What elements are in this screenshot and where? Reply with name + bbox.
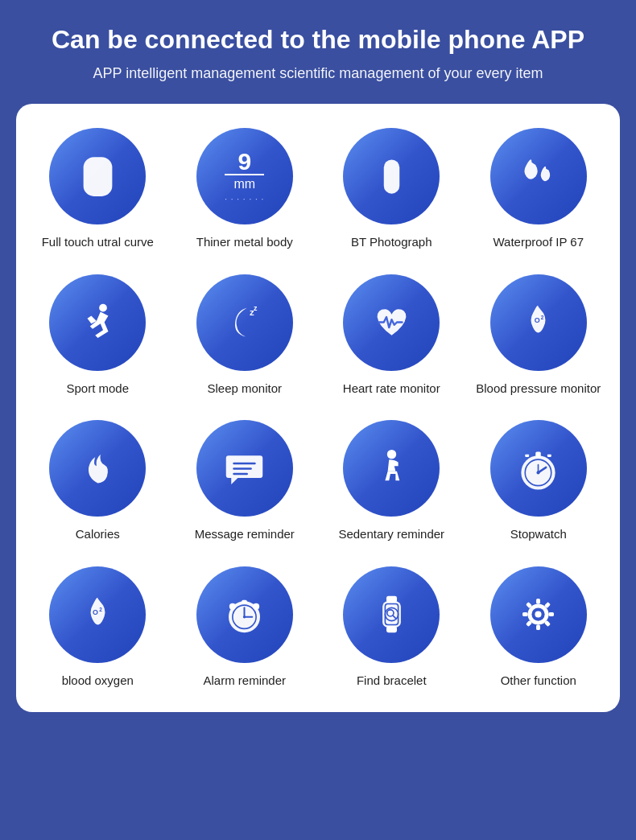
svg-point-24 [253, 603, 259, 610]
svg-text:2: 2 [541, 315, 544, 321]
other-function-label: Other function [501, 673, 576, 689]
find-bracelet-label: Find bracelet [357, 673, 427, 689]
calories-label: Calories [76, 526, 120, 542]
svg-text:2: 2 [99, 607, 102, 613]
alarm-reminder-label: Alarm reminder [203, 673, 286, 689]
alarm-reminder-icon [196, 566, 293, 663]
blood-pressure-icon: O 2 [490, 274, 587, 371]
feature-bt-photograph: BT Photograph [318, 120, 465, 258]
heart-rate-icon [343, 274, 440, 371]
calories-icon [49, 420, 146, 517]
svg-rect-13 [536, 451, 542, 457]
sport-mode-label: Sport mode [66, 381, 129, 397]
svg-point-2 [99, 304, 107, 312]
svg-point-23 [229, 603, 236, 610]
page-header: Can be connected to the mobile phone APP… [52, 24, 584, 84]
svg-point-10 [387, 450, 396, 459]
waterproof-label: Waterproof IP 67 [493, 234, 584, 250]
thiner-metal-label: Thiner metal body [196, 234, 293, 250]
header-title: Can be connected to the mobile phone APP [52, 24, 584, 55]
svg-point-46 [535, 611, 542, 618]
features-card: Full touch utral curve 9 mm · · · · · · … [16, 104, 620, 712]
svg-rect-15 [547, 455, 551, 457]
svg-point-18 [537, 471, 540, 474]
stopwatch-label: Stopwatch [510, 526, 567, 542]
bt-photograph-icon [343, 128, 440, 224]
feature-thiner-metal: 9 mm · · · · · · · Thiner metal body [171, 120, 319, 258]
other-function-icon [490, 566, 587, 663]
header-subtitle: APP intelligent management scientific ma… [52, 63, 584, 84]
bt-photograph-label: BT Photograph [351, 234, 432, 250]
svg-rect-39 [549, 612, 555, 616]
full-touch-label: Full touch utral curve [42, 234, 154, 250]
feature-blood-oxygen: O 2 blood oxygen [24, 558, 171, 697]
features-grid: Full touch utral curve 9 mm · · · · · · … [24, 120, 612, 696]
svg-rect-43 [522, 612, 528, 616]
sleep-monitor-label: Sleep monitor [207, 381, 282, 397]
svg-text:O: O [93, 608, 98, 616]
feature-sedentary-reminder: Sedentary reminder [318, 412, 465, 550]
feature-blood-pressure: O 2 Blood pressure monitor [465, 266, 613, 405]
svg-rect-37 [536, 599, 540, 604]
feature-find-bracelet: Find bracelet [318, 558, 465, 697]
blood-oxygen-label: blood oxygen [62, 673, 134, 689]
svg-rect-28 [242, 600, 248, 603]
sport-mode-icon [49, 274, 146, 371]
svg-rect-32 [386, 596, 397, 603]
svg-rect-14 [526, 455, 530, 457]
feature-full-touch: Full touch utral curve [24, 120, 171, 258]
heart-rate-label: Heart rate monitor [343, 381, 440, 397]
svg-rect-41 [536, 625, 540, 631]
svg-point-27 [243, 616, 246, 619]
svg-rect-33 [386, 627, 397, 633]
find-bracelet-icon [343, 566, 440, 663]
feature-sleep-monitor: z z Sleep monitor [171, 266, 319, 405]
message-reminder-label: Message reminder [195, 526, 295, 542]
svg-rect-1 [384, 159, 400, 193]
feature-calories: Calories [24, 412, 171, 550]
svg-rect-0 [83, 157, 112, 196]
feature-message-reminder: Message reminder [171, 412, 319, 550]
thiner-metal-icon: 9 mm · · · · · · · [196, 128, 293, 224]
svg-text:z: z [254, 304, 258, 312]
feature-other-function: Other function [465, 558, 613, 697]
sedentary-reminder-label: Sedentary reminder [338, 526, 444, 542]
full-touch-icon [49, 128, 146, 224]
svg-text:O: O [535, 316, 540, 324]
feature-sport-mode: Sport mode [24, 266, 171, 405]
feature-heart-rate: Heart rate monitor [318, 266, 465, 405]
sleep-monitor-icon: z z [196, 274, 293, 371]
stopwatch-icon [490, 420, 587, 517]
feature-waterproof: Waterproof IP 67 [465, 120, 613, 258]
message-reminder-icon [196, 420, 293, 517]
waterproof-icon [490, 128, 587, 224]
blood-pressure-label: Blood pressure monitor [476, 381, 601, 397]
sedentary-reminder-icon [343, 420, 440, 517]
feature-alarm-reminder: Alarm reminder [171, 558, 319, 697]
blood-oxygen-icon: O 2 [49, 566, 146, 663]
feature-stopwatch: Stopwatch [465, 412, 613, 550]
